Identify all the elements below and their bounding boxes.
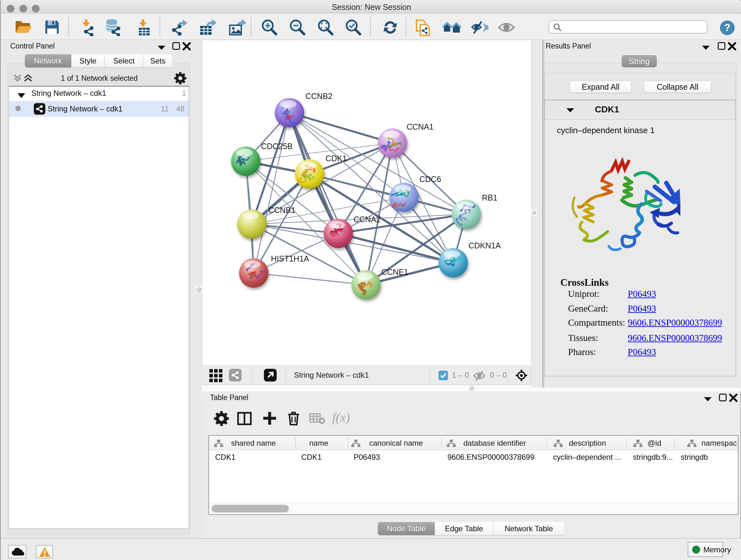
svg-text:CDC6: CDC6 bbox=[419, 175, 441, 184]
svg-text:?: ? bbox=[724, 22, 731, 33]
svg-text:CCNE1: CCNE1 bbox=[381, 267, 408, 276]
svg-text:CCNA2: CCNA2 bbox=[354, 215, 381, 224]
svg-text:CDC25B: CDC25B bbox=[261, 142, 293, 151]
svg-text:HIST1H1A: HIST1H1A bbox=[271, 254, 309, 263]
svg-text:CDK1: CDK1 bbox=[326, 154, 347, 163]
svg-text:CCNB1: CCNB1 bbox=[268, 206, 295, 214]
svg-text:CDKN1A: CDKN1A bbox=[468, 241, 501, 250]
svg-text:CCNB2: CCNB2 bbox=[306, 91, 333, 101]
svg-text:CCNA1: CCNA1 bbox=[407, 122, 434, 131]
svg-text:RB1: RB1 bbox=[482, 193, 497, 202]
